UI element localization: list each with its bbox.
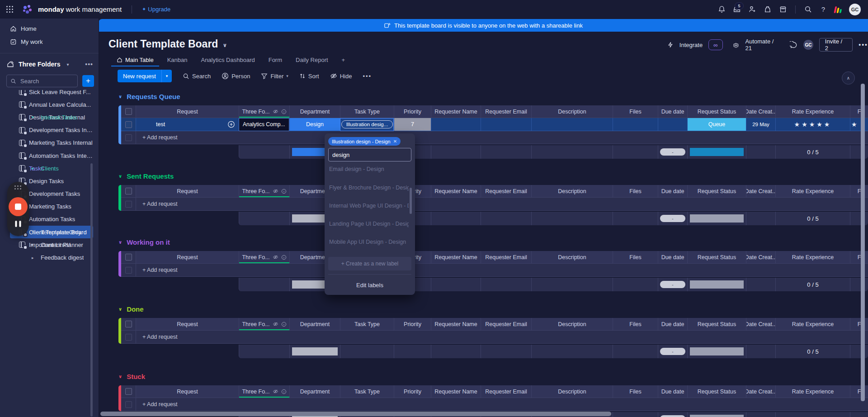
- column-header-request[interactable]: Request: [136, 251, 239, 264]
- summary-cell[interactable]: [850, 412, 868, 417]
- sidebar-item-annual-leave-calcula[interactable]: Annual Leave Calcula...: [10, 98, 93, 111]
- select-all-checkbox[interactable]: [121, 105, 136, 118]
- add-request-label[interactable]: + Add request: [136, 398, 868, 411]
- tab-analytics-dashboard[interactable]: Analytics Dashboard: [195, 54, 260, 66]
- upgrade-link[interactable]: ✦Upgrade: [142, 6, 170, 13]
- connected-board-cell[interactable]: Analytics Comp...: [239, 118, 289, 131]
- select-all-checkbox[interactable]: [121, 318, 136, 331]
- sidebar-group-feedback-digest[interactable]: ▸ Feedback digest: [30, 251, 93, 264]
- column-header-files[interactable]: Files: [613, 251, 658, 264]
- priority-cell[interactable]: 7: [394, 118, 431, 131]
- select-all-checkbox[interactable]: [121, 385, 136, 398]
- department-cell[interactable]: Design: [289, 118, 340, 131]
- overflow-cell[interactable]: ★: [850, 118, 868, 131]
- column-header-f[interactable]: F: [850, 385, 868, 398]
- empty-cell[interactable]: [613, 118, 658, 131]
- summary-cell[interactable]: [746, 212, 775, 225]
- column-header-date-creat[interactable]: Date Creat...: [746, 251, 775, 264]
- summary-cell[interactable]: [531, 345, 613, 358]
- collapse-all-button[interactable]: ∧: [842, 71, 855, 85]
- summary-cell[interactable]: [431, 145, 481, 159]
- summary-cell[interactable]: [746, 412, 775, 417]
- summary-cell[interactable]: [687, 412, 746, 417]
- column-header-department[interactable]: Department: [289, 105, 340, 118]
- column-header-three-fo[interactable]: Three Fo...: [239, 318, 289, 331]
- edit-labels-button[interactable]: Edit labels: [325, 282, 415, 289]
- column-header-rate-experience[interactable]: Rate Experience: [775, 385, 850, 398]
- column-header-priority[interactable]: Priority: [394, 385, 431, 398]
- summary-cell[interactable]: -: [658, 345, 687, 358]
- column-header-department[interactable]: Department: [289, 318, 340, 331]
- new-request-caret[interactable]: ▾: [161, 70, 172, 82]
- column-header-requester-name[interactable]: Requester Name: [431, 185, 481, 198]
- column-header-due-date[interactable]: Due date: [658, 385, 687, 398]
- column-header-three-fo[interactable]: Three Fo...: [239, 251, 289, 264]
- empty-cell[interactable]: [481, 118, 531, 131]
- column-header-f[interactable]: F: [850, 318, 868, 331]
- column-header-rate-experience[interactable]: Rate Experience: [775, 318, 850, 331]
- summary-cell[interactable]: [481, 212, 531, 225]
- column-header-department[interactable]: Department: [289, 385, 340, 398]
- summary-cell[interactable]: [531, 212, 613, 225]
- summary-cell[interactable]: [850, 145, 868, 159]
- group-title[interactable]: ∨Requests Queue: [118, 92, 180, 101]
- column-header-requester-email[interactable]: Requester Email: [481, 251, 531, 264]
- summary-cell[interactable]: [687, 145, 746, 159]
- column-header-request[interactable]: Request: [136, 185, 239, 198]
- column-header-requester-name[interactable]: Requester Name: [431, 251, 481, 264]
- select-all-checkbox[interactable]: [121, 185, 136, 198]
- add-conversation-icon[interactable]: [227, 121, 235, 128]
- chat-bubble-icon[interactable]: [790, 41, 797, 49]
- add-request-label[interactable]: + Add request: [136, 264, 868, 277]
- column-header-due-date[interactable]: Due date: [658, 105, 687, 118]
- summary-cell[interactable]: [239, 345, 289, 358]
- empty-cell[interactable]: [531, 118, 613, 131]
- empty-cell[interactable]: [658, 118, 687, 131]
- column-header-description[interactable]: Description: [531, 318, 613, 331]
- chevron-down-icon[interactable]: ▾: [67, 62, 69, 67]
- column-header-task-type[interactable]: Task Type: [340, 318, 394, 331]
- apps-marketplace-icon[interactable]: [764, 5, 772, 14]
- summary-cell[interactable]: [687, 345, 746, 358]
- column-header-date-creat[interactable]: Date Creat...: [746, 385, 775, 398]
- workspace-menu-icon[interactable]: •••: [85, 61, 93, 68]
- summary-cell[interactable]: -: [658, 212, 687, 225]
- label-search-input[interactable]: [328, 148, 411, 161]
- label-option[interactable]: Mobile App UI Design - Design: [329, 239, 409, 247]
- add-request-row[interactable]: + Add request: [118, 331, 868, 344]
- column-header-request[interactable]: Request: [136, 318, 239, 331]
- request-status-cell[interactable]: Queue: [687, 118, 746, 131]
- column-header-task-type[interactable]: Task Type: [340, 105, 394, 118]
- label-option[interactable]: Landing Page UI Design - Design: [329, 221, 409, 229]
- tab-main-table[interactable]: Main Table: [111, 54, 159, 66]
- column-header-description[interactable]: Description: [531, 105, 613, 118]
- sidebar-search-input[interactable]: [19, 77, 71, 85]
- summary-cell[interactable]: [746, 278, 775, 291]
- summary-cell[interactable]: [687, 212, 746, 225]
- column-header-request-status[interactable]: Request Status: [687, 105, 746, 118]
- column-header-request-status[interactable]: Request Status: [687, 318, 746, 331]
- sidebar-item-my-work[interactable]: My work: [10, 35, 42, 48]
- summary-cell[interactable]: [850, 345, 868, 358]
- label-option[interactable]: Flyer & Brochure Design - Design: [329, 185, 409, 193]
- sidebar-group-clients[interactable]: ▸ Clients: [30, 162, 93, 175]
- summary-cell[interactable]: [613, 278, 658, 291]
- summary-cell[interactable]: -: [658, 278, 687, 291]
- date-created-cell[interactable]: 29 May: [746, 118, 775, 131]
- invite-members-icon[interactable]: [748, 5, 756, 14]
- toolbar-sort-button[interactable]: Sort: [299, 73, 319, 80]
- help-icon[interactable]: ?: [819, 5, 827, 14]
- summary-cell[interactable]: [340, 345, 394, 358]
- vertical-scrollbar[interactable]: [861, 84, 865, 401]
- column-header-requester-name[interactable]: Requester Name: [431, 105, 481, 118]
- board-menu-icon[interactable]: •••: [859, 41, 868, 48]
- task-type-cell[interactable]: Illustration desig...: [340, 118, 394, 131]
- toolbar-person-button[interactable]: Person: [222, 72, 250, 80]
- app-grid-icon[interactable]: [6, 6, 14, 13]
- store-icon[interactable]: [779, 5, 787, 14]
- column-header-request-status[interactable]: Request Status: [687, 185, 746, 198]
- summary-cell[interactable]: 0 / 5: [775, 278, 850, 291]
- column-header-f[interactable]: F: [850, 105, 868, 118]
- add-request-row[interactable]: + Add request: [118, 264, 868, 277]
- summary-cell[interactable]: [481, 145, 531, 159]
